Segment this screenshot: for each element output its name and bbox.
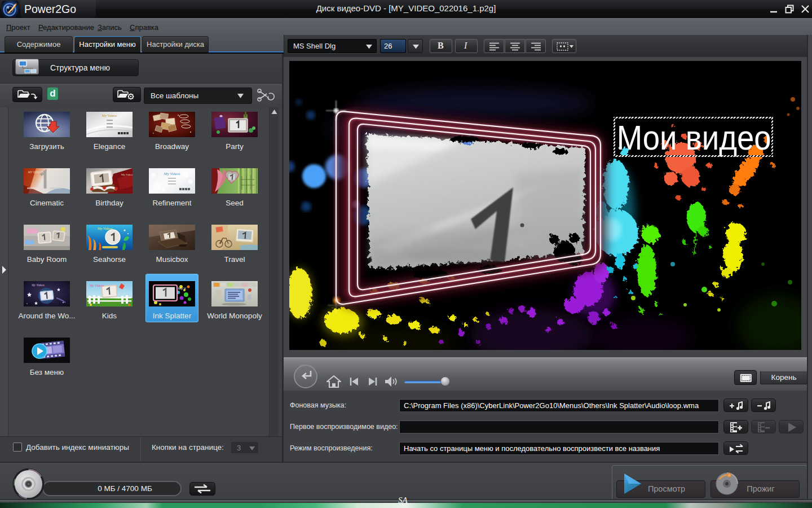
svg-text:My Videos: My Videos [164,172,180,176]
svg-text:My Videos: My Videos [121,173,133,176]
svg-text:My Videos: My Videos [89,284,104,287]
svg-text:MY VIDEOS: MY VIDEOS [28,170,44,174]
svg-text:My Videos: My Videos [102,114,117,117]
svg-text:My Videos: My Videos [31,283,45,287]
svg-text:My V.: My V. [178,287,187,290]
